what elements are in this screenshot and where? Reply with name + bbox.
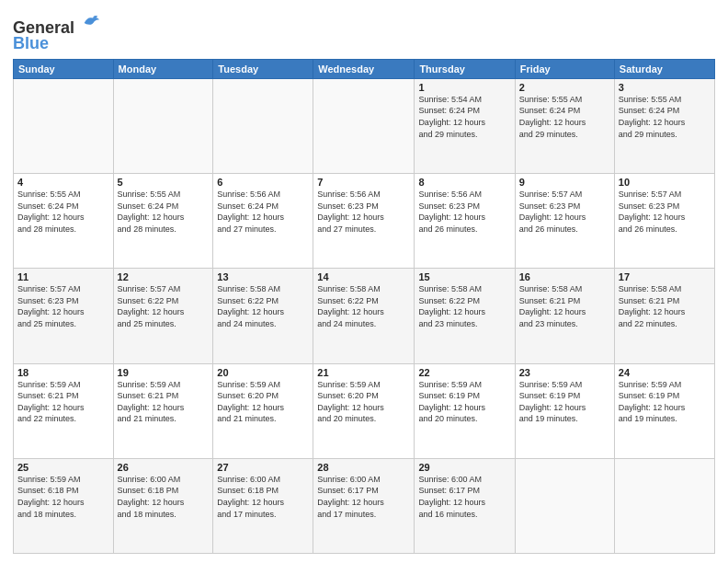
day-number: 19 xyxy=(118,367,210,378)
calendar-cell: 27Sunrise: 6:00 AMSunset: 6:18 PMDayligh… xyxy=(213,458,313,553)
day-info: Sunrise: 5:55 AMSunset: 6:24 PMDaylight:… xyxy=(17,189,109,235)
day-number: 8 xyxy=(418,177,510,188)
calendar-week-row: 11Sunrise: 5:57 AMSunset: 6:23 PMDayligh… xyxy=(14,269,715,363)
day-info: Sunrise: 5:59 AMSunset: 6:21 PMDaylight:… xyxy=(17,379,109,425)
logo: General Blue xyxy=(13,13,101,53)
calendar-header-row: SundayMondayTuesdayWednesdayThursdayFrid… xyxy=(14,59,715,78)
day-info: Sunrise: 5:57 AMSunset: 6:23 PMDaylight:… xyxy=(619,189,711,235)
calendar-cell: 3Sunrise: 5:55 AMSunset: 6:24 PMDaylight… xyxy=(614,78,714,173)
calendar-cell xyxy=(113,78,213,173)
day-info: Sunrise: 5:58 AMSunset: 6:22 PMDaylight:… xyxy=(317,283,410,329)
calendar-cell: 17Sunrise: 5:58 AMSunset: 6:21 PMDayligh… xyxy=(614,269,714,363)
day-info: Sunrise: 5:59 AMSunset: 6:20 PMDaylight:… xyxy=(317,379,410,425)
calendar-cell: 26Sunrise: 6:00 AMSunset: 6:18 PMDayligh… xyxy=(113,458,213,553)
calendar-cell: 8Sunrise: 5:56 AMSunset: 6:23 PMDaylight… xyxy=(415,174,515,269)
day-info: Sunrise: 5:59 AMSunset: 6:19 PMDaylight:… xyxy=(519,379,610,425)
calendar-cell: 28Sunrise: 6:00 AMSunset: 6:17 PMDayligh… xyxy=(313,458,415,553)
day-info: Sunrise: 5:59 AMSunset: 6:18 PMDaylight:… xyxy=(17,474,109,520)
calendar-cell: 12Sunrise: 5:57 AMSunset: 6:22 PMDayligh… xyxy=(113,269,213,363)
calendar-cell: 29Sunrise: 6:00 AMSunset: 6:17 PMDayligh… xyxy=(415,458,515,553)
day-of-week-header: Monday xyxy=(113,59,213,78)
calendar-cell: 9Sunrise: 5:57 AMSunset: 6:23 PMDaylight… xyxy=(515,174,614,269)
day-number: 14 xyxy=(317,271,410,282)
day-of-week-header: Tuesday xyxy=(213,59,313,78)
day-info: Sunrise: 5:55 AMSunset: 6:24 PMDaylight:… xyxy=(519,94,610,140)
calendar-cell: 13Sunrise: 5:58 AMSunset: 6:22 PMDayligh… xyxy=(213,269,313,363)
day-info: Sunrise: 5:59 AMSunset: 6:20 PMDaylight:… xyxy=(217,379,309,425)
calendar-cell: 2Sunrise: 5:55 AMSunset: 6:24 PMDaylight… xyxy=(515,78,614,173)
calendar-cell: 15Sunrise: 5:58 AMSunset: 6:22 PMDayligh… xyxy=(415,269,515,363)
day-info: Sunrise: 5:56 AMSunset: 6:23 PMDaylight:… xyxy=(418,189,510,235)
day-number: 26 xyxy=(118,462,210,473)
calendar-table: SundayMondayTuesdayWednesdayThursdayFrid… xyxy=(13,59,715,554)
calendar-cell: 14Sunrise: 5:58 AMSunset: 6:22 PMDayligh… xyxy=(313,269,415,363)
calendar-cell: 4Sunrise: 5:55 AMSunset: 6:24 PMDaylight… xyxy=(14,174,114,269)
calendar-cell xyxy=(213,78,313,173)
calendar-cell: 6Sunrise: 5:56 AMSunset: 6:24 PMDaylight… xyxy=(213,174,313,269)
day-number: 22 xyxy=(418,367,510,378)
day-info: Sunrise: 6:00 AMSunset: 6:18 PMDaylight:… xyxy=(217,474,309,520)
day-info: Sunrise: 5:56 AMSunset: 6:24 PMDaylight:… xyxy=(217,189,309,235)
day-number: 10 xyxy=(619,177,711,188)
calendar-week-row: 1Sunrise: 5:54 AMSunset: 6:24 PMDaylight… xyxy=(14,78,715,173)
day-number: 6 xyxy=(217,177,309,188)
calendar-week-row: 25Sunrise: 5:59 AMSunset: 6:18 PMDayligh… xyxy=(14,458,715,553)
calendar-cell xyxy=(515,458,614,553)
day-number: 13 xyxy=(217,271,309,282)
day-number: 25 xyxy=(17,462,109,473)
day-number: 5 xyxy=(118,177,210,188)
calendar-cell: 22Sunrise: 5:59 AMSunset: 6:19 PMDayligh… xyxy=(415,363,515,458)
calendar-cell: 7Sunrise: 5:56 AMSunset: 6:23 PMDaylight… xyxy=(313,174,415,269)
day-number: 23 xyxy=(519,367,610,378)
day-number: 21 xyxy=(317,367,410,378)
day-number: 12 xyxy=(118,271,210,282)
day-number: 18 xyxy=(17,367,109,378)
calendar-cell: 20Sunrise: 5:59 AMSunset: 6:20 PMDayligh… xyxy=(213,363,313,458)
calendar-week-row: 18Sunrise: 5:59 AMSunset: 6:21 PMDayligh… xyxy=(14,363,715,458)
calendar-cell: 25Sunrise: 5:59 AMSunset: 6:18 PMDayligh… xyxy=(14,458,114,553)
day-info: Sunrise: 5:59 AMSunset: 6:19 PMDaylight:… xyxy=(418,379,510,425)
day-number: 24 xyxy=(619,367,711,378)
day-info: Sunrise: 5:57 AMSunset: 6:22 PMDaylight:… xyxy=(118,283,210,329)
calendar-cell: 18Sunrise: 5:59 AMSunset: 6:21 PMDayligh… xyxy=(14,363,114,458)
day-info: Sunrise: 5:54 AMSunset: 6:24 PMDaylight:… xyxy=(418,94,510,140)
calendar-cell: 5Sunrise: 5:55 AMSunset: 6:24 PMDaylight… xyxy=(113,174,213,269)
calendar-cell: 21Sunrise: 5:59 AMSunset: 6:20 PMDayligh… xyxy=(313,363,415,458)
day-number: 20 xyxy=(217,367,309,378)
day-of-week-header: Thursday xyxy=(415,59,515,78)
page: General Blue SundayMondayTuesdayWednesda… xyxy=(0,0,728,563)
day-number: 4 xyxy=(17,177,109,188)
calendar-cell: 1Sunrise: 5:54 AMSunset: 6:24 PMDaylight… xyxy=(415,78,515,173)
day-info: Sunrise: 5:57 AMSunset: 6:23 PMDaylight:… xyxy=(519,189,610,235)
day-number: 27 xyxy=(217,462,309,473)
day-number: 7 xyxy=(317,177,410,188)
day-number: 2 xyxy=(519,82,610,93)
day-info: Sunrise: 6:00 AMSunset: 6:17 PMDaylight:… xyxy=(317,474,410,520)
day-info: Sunrise: 5:56 AMSunset: 6:23 PMDaylight:… xyxy=(317,189,410,235)
day-info: Sunrise: 5:58 AMSunset: 6:21 PMDaylight:… xyxy=(519,283,610,329)
calendar-cell: 10Sunrise: 5:57 AMSunset: 6:23 PMDayligh… xyxy=(614,174,714,269)
day-info: Sunrise: 5:58 AMSunset: 6:21 PMDaylight:… xyxy=(619,283,711,329)
day-number: 17 xyxy=(619,271,711,282)
calendar-cell: 16Sunrise: 5:58 AMSunset: 6:21 PMDayligh… xyxy=(515,269,614,363)
calendar-cell: 23Sunrise: 5:59 AMSunset: 6:19 PMDayligh… xyxy=(515,363,614,458)
calendar-cell: 19Sunrise: 5:59 AMSunset: 6:21 PMDayligh… xyxy=(113,363,213,458)
calendar-cell xyxy=(614,458,714,553)
day-of-week-header: Friday xyxy=(515,59,614,78)
day-number: 9 xyxy=(519,177,610,188)
day-of-week-header: Sunday xyxy=(14,59,114,78)
day-info: Sunrise: 5:59 AMSunset: 6:19 PMDaylight:… xyxy=(619,379,711,425)
day-number: 1 xyxy=(418,82,510,93)
calendar-cell: 24Sunrise: 5:59 AMSunset: 6:19 PMDayligh… xyxy=(614,363,714,458)
day-number: 3 xyxy=(619,82,711,93)
day-of-week-header: Saturday xyxy=(614,59,714,78)
calendar-cell: 11Sunrise: 5:57 AMSunset: 6:23 PMDayligh… xyxy=(14,269,114,363)
day-info: Sunrise: 5:58 AMSunset: 6:22 PMDaylight:… xyxy=(217,283,309,329)
day-number: 29 xyxy=(418,462,510,473)
day-info: Sunrise: 5:58 AMSunset: 6:22 PMDaylight:… xyxy=(418,283,510,329)
day-number: 15 xyxy=(418,271,510,282)
day-info: Sunrise: 6:00 AMSunset: 6:18 PMDaylight:… xyxy=(118,474,210,520)
day-number: 11 xyxy=(17,271,109,282)
logo-bird-icon xyxy=(81,13,101,33)
day-number: 28 xyxy=(317,462,410,473)
